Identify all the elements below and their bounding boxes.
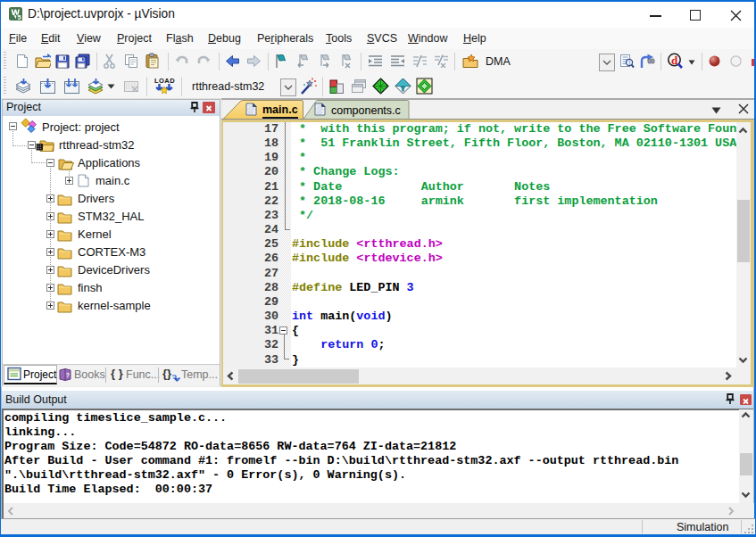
- svg-text:d: d: [671, 54, 678, 67]
- svg-text:?: ?: [66, 372, 70, 378]
- svg-text:5: 5: [18, 13, 21, 21]
- svg-text:LOAD: LOAD: [154, 77, 175, 85]
